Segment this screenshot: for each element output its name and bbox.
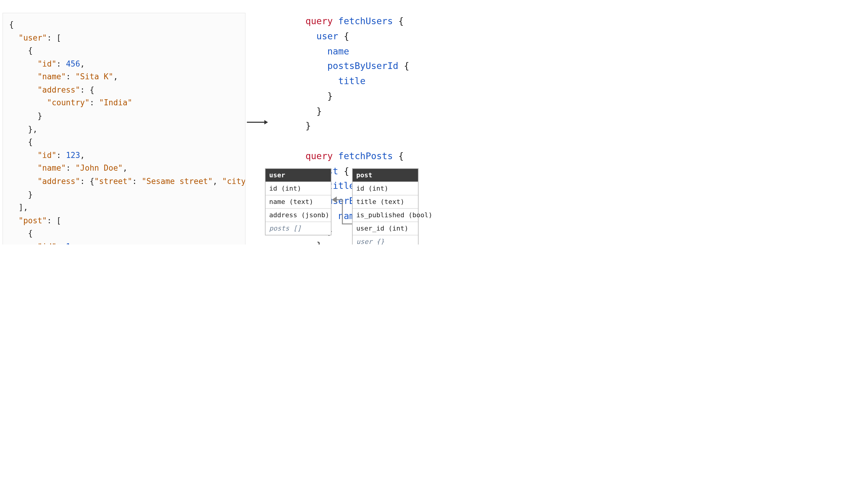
transform-arrow-icon [246, 118, 268, 126]
schema-diagram: user id (int)name (text)address (jsonb)p… [265, 168, 434, 244]
svg-marker-1 [264, 120, 268, 124]
svg-marker-2 [333, 197, 336, 202]
foreign-key-arrow-icon [265, 168, 434, 244]
json-source-code: { "user": [ { "id": 456, "name": "Sita K… [2, 13, 246, 244]
